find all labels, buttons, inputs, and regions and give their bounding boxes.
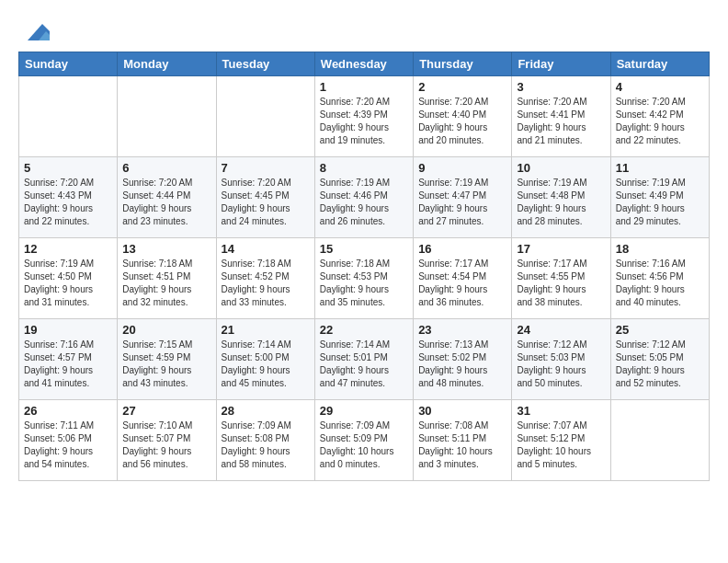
calendar-day-cell: 1Sunrise: 7:20 AM Sunset: 4:39 PM Daylig…: [314, 76, 413, 157]
calendar-week-row: 12Sunrise: 7:19 AM Sunset: 4:50 PM Dayli…: [19, 238, 710, 319]
calendar-day-cell: 14Sunrise: 7:18 AM Sunset: 4:52 PM Dayli…: [216, 238, 314, 319]
day-number: 2: [418, 80, 506, 94]
calendar-day-cell: 28Sunrise: 7:09 AM Sunset: 5:08 PM Dayli…: [216, 400, 314, 481]
day-info: Sunrise: 7:18 AM Sunset: 4:52 PM Dayligh…: [222, 258, 310, 309]
day-number: 31: [517, 404, 605, 418]
calendar-day-cell: 25Sunrise: 7:12 AM Sunset: 5:05 PM Dayli…: [610, 319, 709, 400]
calendar-day-cell: 19Sunrise: 7:16 AM Sunset: 4:57 PM Dayli…: [19, 319, 118, 400]
day-info: Sunrise: 7:10 AM Sunset: 5:07 PM Dayligh…: [122, 419, 210, 471]
day-number: 20: [122, 323, 210, 337]
day-number: 19: [24, 323, 112, 337]
day-number: 5: [24, 161, 112, 175]
day-info: Sunrise: 7:18 AM Sunset: 4:53 PM Dayligh…: [320, 258, 408, 309]
weekday-header: Saturday: [610, 52, 709, 76]
day-info: Sunrise: 7:20 AM Sunset: 4:44 PM Dayligh…: [122, 177, 210, 228]
day-info: Sunrise: 7:14 AM Sunset: 5:01 PM Dayligh…: [320, 339, 408, 390]
calendar-day-cell: 17Sunrise: 7:17 AM Sunset: 4:55 PM Dayli…: [512, 238, 610, 319]
calendar-day-cell: 23Sunrise: 7:13 AM Sunset: 5:02 PM Dayli…: [414, 319, 512, 400]
day-info: Sunrise: 7:09 AM Sunset: 5:08 PM Dayligh…: [222, 419, 310, 471]
calendar-day-cell: 4Sunrise: 7:20 AM Sunset: 4:42 PM Daylig…: [610, 76, 709, 157]
calendar-day-cell: 11Sunrise: 7:19 AM Sunset: 4:49 PM Dayli…: [610, 157, 709, 238]
day-number: 30: [418, 404, 506, 418]
day-number: 12: [24, 242, 112, 256]
calendar-week-row: 1Sunrise: 7:20 AM Sunset: 4:39 PM Daylig…: [19, 76, 710, 157]
calendar-day-cell: 22Sunrise: 7:14 AM Sunset: 5:01 PM Dayli…: [314, 319, 413, 400]
day-number: 17: [517, 242, 605, 256]
day-info: Sunrise: 7:07 AM Sunset: 5:12 PM Dayligh…: [517, 419, 605, 471]
calendar-week-row: 19Sunrise: 7:16 AM Sunset: 4:57 PM Dayli…: [19, 319, 710, 400]
calendar-day-cell: 7Sunrise: 7:20 AM Sunset: 4:45 PM Daylig…: [216, 157, 314, 238]
calendar-day-cell: 3Sunrise: 7:20 AM Sunset: 4:41 PM Daylig…: [512, 76, 610, 157]
day-info: Sunrise: 7:13 AM Sunset: 5:02 PM Dayligh…: [418, 339, 506, 390]
calendar-day-cell: 16Sunrise: 7:17 AM Sunset: 4:54 PM Dayli…: [414, 238, 512, 319]
calendar-day-cell: [19, 76, 118, 157]
calendar-day-cell: 9Sunrise: 7:19 AM Sunset: 4:47 PM Daylig…: [414, 157, 512, 238]
page: SundayMondayTuesdayWednesdayThursdayFrid…: [0, 0, 728, 496]
calendar-header-row: SundayMondayTuesdayWednesdayThursdayFrid…: [19, 52, 710, 76]
calendar-day-cell: 15Sunrise: 7:18 AM Sunset: 4:53 PM Dayli…: [314, 238, 413, 319]
day-number: 1: [320, 80, 408, 94]
calendar-day-cell: 26Sunrise: 7:11 AM Sunset: 5:06 PM Dayli…: [19, 400, 118, 481]
day-info: Sunrise: 7:18 AM Sunset: 4:51 PM Dayligh…: [122, 258, 210, 309]
day-info: Sunrise: 7:20 AM Sunset: 4:39 PM Dayligh…: [320, 96, 408, 147]
day-number: 6: [122, 161, 210, 175]
weekday-header: Monday: [118, 52, 216, 76]
day-info: Sunrise: 7:20 AM Sunset: 4:40 PM Dayligh…: [418, 96, 506, 147]
calendar-day-cell: [216, 76, 314, 157]
calendar-day-cell: 24Sunrise: 7:12 AM Sunset: 5:03 PM Dayli…: [512, 319, 610, 400]
day-number: 4: [616, 80, 704, 94]
day-number: 7: [222, 161, 310, 175]
calendar-day-cell: 20Sunrise: 7:15 AM Sunset: 4:59 PM Dayli…: [118, 319, 216, 400]
day-number: 3: [517, 80, 605, 94]
calendar-day-cell: [610, 400, 709, 481]
day-info: Sunrise: 7:17 AM Sunset: 4:55 PM Dayligh…: [517, 258, 605, 309]
day-number: 26: [24, 404, 112, 418]
weekday-header: Friday: [512, 52, 610, 76]
weekday-header: Sunday: [19, 52, 118, 76]
calendar-day-cell: 5Sunrise: 7:20 AM Sunset: 4:43 PM Daylig…: [19, 157, 118, 238]
day-number: 24: [517, 323, 605, 337]
day-number: 11: [616, 161, 704, 175]
day-info: Sunrise: 7:20 AM Sunset: 4:42 PM Dayligh…: [616, 96, 704, 147]
day-info: Sunrise: 7:12 AM Sunset: 5:03 PM Dayligh…: [517, 339, 605, 390]
day-number: 16: [418, 242, 506, 256]
calendar-body: 1Sunrise: 7:20 AM Sunset: 4:39 PM Daylig…: [19, 76, 710, 481]
weekday-header: Thursday: [414, 52, 512, 76]
day-info: Sunrise: 7:19 AM Sunset: 4:46 PM Dayligh…: [320, 177, 408, 228]
calendar-day-cell: 8Sunrise: 7:19 AM Sunset: 4:46 PM Daylig…: [314, 157, 413, 238]
day-number: 10: [517, 161, 605, 175]
calendar-day-cell: 2Sunrise: 7:20 AM Sunset: 4:40 PM Daylig…: [414, 76, 512, 157]
logo: [18, 15, 50, 44]
calendar-week-row: 5Sunrise: 7:20 AM Sunset: 4:43 PM Daylig…: [19, 157, 710, 238]
day-number: 27: [122, 404, 210, 418]
day-number: 28: [222, 404, 310, 418]
logo-icon: [20, 15, 50, 44]
day-info: Sunrise: 7:16 AM Sunset: 4:57 PM Dayligh…: [24, 339, 112, 390]
calendar-day-cell: 6Sunrise: 7:20 AM Sunset: 4:44 PM Daylig…: [118, 157, 216, 238]
calendar-day-cell: 29Sunrise: 7:09 AM Sunset: 5:09 PM Dayli…: [314, 400, 413, 481]
day-info: Sunrise: 7:20 AM Sunset: 4:45 PM Dayligh…: [222, 177, 310, 228]
day-info: Sunrise: 7:11 AM Sunset: 5:06 PM Dayligh…: [24, 419, 112, 471]
calendar-table: SundayMondayTuesdayWednesdayThursdayFrid…: [18, 52, 710, 481]
day-info: Sunrise: 7:19 AM Sunset: 4:49 PM Dayligh…: [616, 177, 704, 228]
day-info: Sunrise: 7:16 AM Sunset: 4:56 PM Dayligh…: [616, 258, 704, 309]
day-number: 13: [122, 242, 210, 256]
calendar-day-cell: 18Sunrise: 7:16 AM Sunset: 4:56 PM Dayli…: [610, 238, 709, 319]
day-number: 15: [320, 242, 408, 256]
day-info: Sunrise: 7:20 AM Sunset: 4:41 PM Dayligh…: [517, 96, 605, 147]
weekday-header: Tuesday: [216, 52, 314, 76]
day-number: 14: [222, 242, 310, 256]
weekday-header: Wednesday: [314, 52, 413, 76]
day-info: Sunrise: 7:17 AM Sunset: 4:54 PM Dayligh…: [418, 258, 506, 309]
day-number: 22: [320, 323, 408, 337]
day-info: Sunrise: 7:19 AM Sunset: 4:48 PM Dayligh…: [517, 177, 605, 228]
day-info: Sunrise: 7:12 AM Sunset: 5:05 PM Dayligh…: [616, 339, 704, 390]
calendar-day-cell: 27Sunrise: 7:10 AM Sunset: 5:07 PM Dayli…: [118, 400, 216, 481]
calendar-day-cell: 10Sunrise: 7:19 AM Sunset: 4:48 PM Dayli…: [512, 157, 610, 238]
calendar-day-cell: 21Sunrise: 7:14 AM Sunset: 5:00 PM Dayli…: [216, 319, 314, 400]
day-info: Sunrise: 7:20 AM Sunset: 4:43 PM Dayligh…: [24, 177, 112, 228]
day-info: Sunrise: 7:19 AM Sunset: 4:47 PM Dayligh…: [418, 177, 506, 228]
day-info: Sunrise: 7:09 AM Sunset: 5:09 PM Dayligh…: [320, 419, 408, 471]
header: [18, 15, 710, 44]
day-number: 9: [418, 161, 506, 175]
